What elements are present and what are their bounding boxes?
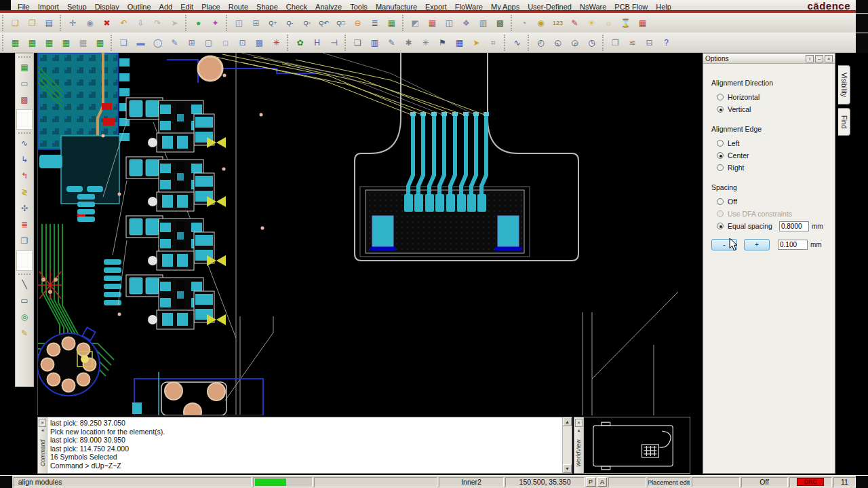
signal-bulb-icon[interactable]: ◉ xyxy=(532,16,549,31)
view-config-6-icon[interactable]: ▦ xyxy=(92,35,108,51)
help-icon[interactable]: ? xyxy=(658,35,675,51)
sun-icon[interactable]: ☀ xyxy=(583,16,600,31)
spline-icon[interactable]: ∿ xyxy=(509,35,526,51)
view-config-1-icon[interactable]: ▦ xyxy=(7,35,24,51)
grid-toggle-icon[interactable]: ▦ xyxy=(383,16,400,31)
module-green-icon[interactable]: ▦ xyxy=(16,59,33,75)
copy-doc-icon[interactable]: ❐ xyxy=(607,35,624,51)
compress-icon[interactable]: ⊣ xyxy=(326,35,342,51)
radio-equal-spacing[interactable]: Equal spacingmm xyxy=(711,220,835,232)
slide-icon[interactable]: ∿ xyxy=(16,135,33,151)
app-mode-button[interactable]: A xyxy=(597,477,608,487)
bend-icon[interactable]: ↳ xyxy=(16,151,33,168)
close-panel-icon[interactable]: × xyxy=(825,55,833,62)
console-float-icon[interactable]: ◂ xyxy=(41,428,44,433)
undo-icon[interactable]: ↶ xyxy=(115,16,132,31)
radio-horizontal[interactable]: Horizontal xyxy=(711,91,835,103)
console-close-icon[interactable]: × xyxy=(39,419,46,427)
wave-icon[interactable]: ≋ xyxy=(624,35,641,51)
swap-icon[interactable]: ≷ xyxy=(16,184,33,200)
show-element-icon[interactable]: ◉ xyxy=(81,16,98,31)
via-tool-icon[interactable]: ◎ xyxy=(16,309,33,325)
unrats-icon[interactable]: ⊖ xyxy=(349,16,366,31)
zoom-points-icon[interactable]: ⊞ xyxy=(248,16,264,31)
grid-icon[interactable]: ⌗ xyxy=(485,35,502,51)
pencil-tool-icon[interactable]: ✎ xyxy=(16,325,33,341)
rect-tool-icon[interactable]: ▭ xyxy=(16,293,33,309)
radio-button-icon[interactable] xyxy=(717,198,724,205)
worldview-float-icon[interactable]: ▴ xyxy=(578,428,580,433)
gear-net-icon[interactable]: ✱ xyxy=(400,35,417,51)
shadow-mode-icon[interactable]: ◩ xyxy=(407,16,424,31)
radio-right[interactable]: Right xyxy=(711,162,835,174)
radio-button-icon[interactable] xyxy=(717,223,724,229)
shape-circle-icon[interactable]: ◯ xyxy=(149,35,166,51)
zoom-fit-icon[interactable]: Q□ xyxy=(332,16,349,31)
radio-button-icon[interactable] xyxy=(717,210,724,217)
shape-void-icon[interactable]: ✳ xyxy=(268,35,285,51)
view-config-5-icon[interactable]: ▦ xyxy=(75,35,92,51)
shape-frame-icon[interactable]: □ xyxy=(217,35,234,51)
pcb-canvas[interactable] xyxy=(37,53,690,415)
module-icon[interactable]: ▥ xyxy=(366,35,383,51)
view-config-3-icon[interactable]: ▦ xyxy=(41,35,58,51)
clock-1-icon[interactable]: ◴ xyxy=(532,35,549,51)
swap-chip-icon[interactable]: ▦ xyxy=(634,16,651,31)
zoom-in-icon[interactable]: Q+ xyxy=(264,16,281,31)
pin-panel-icon[interactable]: ı xyxy=(806,55,814,62)
flag-icon[interactable]: ⚑ xyxy=(434,35,451,51)
color-dialog-icon[interactable]: ▦ xyxy=(424,16,441,31)
view-config-4-icon[interactable]: ▦ xyxy=(58,35,75,51)
open-folder-icon[interactable]: ❐ xyxy=(24,16,41,31)
measure-icon[interactable]: 123 xyxy=(549,16,566,31)
radio-button-icon[interactable] xyxy=(717,152,724,159)
shape-rect-icon[interactable]: ▬ xyxy=(132,35,149,51)
padstack-icon[interactable]: ▩ xyxy=(16,92,33,108)
shape-grid-icon[interactable]: ⊞ xyxy=(183,35,200,51)
copy-module-icon[interactable]: ❏ xyxy=(349,35,366,51)
console-scrollbar[interactable]: ▲ ▼ xyxy=(562,417,572,473)
view-config-2-icon[interactable]: ▦ xyxy=(24,35,41,51)
redraw-icon[interactable]: ≣ xyxy=(366,16,383,31)
film-param-icon[interactable]: ▥ xyxy=(475,16,492,31)
world-view[interactable]: × ▴ WorldView xyxy=(574,417,690,474)
clock-2-icon[interactable]: ◵ xyxy=(549,35,566,51)
clock-4-icon[interactable]: ◷ xyxy=(583,35,600,51)
shape-dot-icon[interactable]: ⊡ xyxy=(234,35,251,51)
swirl-icon[interactable]: ✣ xyxy=(16,200,33,217)
zoom-previous-icon[interactable]: Q↶ xyxy=(315,16,332,31)
spread-h-icon[interactable]: H xyxy=(309,35,326,51)
shape-hatch-icon[interactable]: ▩ xyxy=(251,35,268,51)
color-priority-icon[interactable]: ◫ xyxy=(441,16,458,31)
net-star-icon[interactable]: ✳ xyxy=(417,35,434,51)
redo-icon[interactable]: ↷ xyxy=(149,16,166,31)
line-tool-icon[interactable]: ╲ xyxy=(16,276,33,293)
tab-visibility[interactable]: Visibility xyxy=(838,65,850,105)
artwork-icon[interactable]: ❖ xyxy=(458,16,475,31)
radio-button-icon[interactable] xyxy=(717,94,724,100)
outline-tool-icon[interactable]: ▭ xyxy=(16,75,33,92)
radio-left[interactable]: Left xyxy=(711,137,835,149)
photo-view-icon[interactable]: ▩ xyxy=(492,16,509,31)
scroll-up-icon[interactable]: ▲ xyxy=(563,417,572,426)
save-icon[interactable]: ▤ xyxy=(41,16,58,31)
console-icon[interactable]: ⊟ xyxy=(641,35,658,51)
move-icon[interactable]: ✛ xyxy=(64,16,81,31)
hourglass-icon[interactable]: ⌛ xyxy=(617,16,634,31)
matrix-icon[interactable]: ▦ xyxy=(451,35,468,51)
radio-use-dfa-constraints[interactable]: Use DFA constraints xyxy=(711,208,835,220)
shine-icon[interactable]: ☼ xyxy=(600,16,617,31)
pin-icon[interactable]: ✦ xyxy=(207,16,224,31)
radio-button-icon[interactable] xyxy=(717,164,724,171)
shape-page-icon[interactable]: ❏ xyxy=(115,35,132,51)
global-visibility-icon[interactable]: ◔ xyxy=(515,16,532,31)
pick-coords-button[interactable]: P xyxy=(586,477,596,487)
annotate-icon[interactable]: ✎ xyxy=(383,35,400,51)
delete-icon[interactable]: ✖ xyxy=(98,16,115,31)
radio-vertical[interactable]: Vertical xyxy=(711,103,835,115)
tab-find[interactable]: Find xyxy=(838,108,850,136)
increase-spacing-button[interactable]: + xyxy=(744,239,770,250)
radio-button-icon[interactable] xyxy=(717,140,724,147)
radio-center[interactable]: Center xyxy=(711,149,835,162)
layers-icon[interactable]: ≣ xyxy=(16,217,33,233)
